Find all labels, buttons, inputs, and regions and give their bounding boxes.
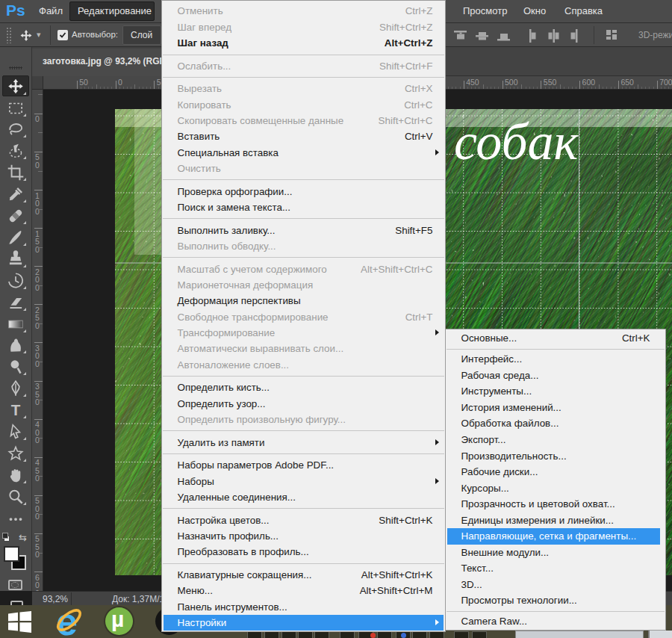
svg-text:T: T (11, 401, 21, 418)
